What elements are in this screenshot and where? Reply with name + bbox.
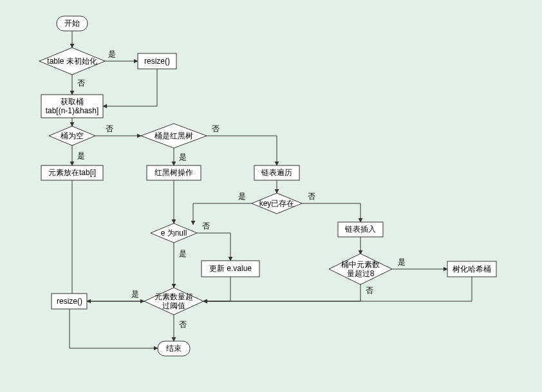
node-treeify: 树化哈希桶 xyxy=(447,261,496,277)
label-overThresh-yes: 是 xyxy=(131,290,139,299)
node-end: 结束 xyxy=(158,341,190,356)
label-bucketEmpty-no: 否 xyxy=(106,124,113,133)
node-list-traverse: 链表遍历 xyxy=(254,165,299,180)
svg-text:过阈值: 过阈值 xyxy=(162,301,185,310)
svg-text:桶是红黑树: 桶是红黑树 xyxy=(154,131,193,140)
label-overThresh-no: 否 xyxy=(179,320,187,329)
label-init-yes: 是 xyxy=(108,50,116,59)
node-key-exists: key已存在 xyxy=(252,193,302,214)
svg-text:元素数量超: 元素数量超 xyxy=(154,292,193,301)
label-over8-yes: 是 xyxy=(398,257,406,266)
label-init-no: 否 xyxy=(77,79,85,88)
svg-text:更新 e.value: 更新 e.value xyxy=(209,264,252,273)
node-resize-2: resize() xyxy=(51,294,87,309)
svg-text:table 未初始化: table 未初始化 xyxy=(47,57,97,66)
edge-updateValue-overThresh xyxy=(203,277,230,301)
node-rb-tree-op: 红黑树操作 xyxy=(147,165,201,180)
label-keyExists-no: 否 xyxy=(308,192,315,201)
node-is-rb-tree: 桶是红黑树 xyxy=(141,124,207,148)
svg-text:树化哈希桶: 树化哈希桶 xyxy=(453,265,491,274)
flowchart-canvas: 是 否 否 是 是 否 是 否 否 是 是 否 是 否 xyxy=(0,0,542,392)
edge-resize1-getBucket xyxy=(103,69,157,106)
svg-text:开始: 开始 xyxy=(64,19,80,28)
svg-text:resize(): resize() xyxy=(57,297,82,306)
label-isRBTree-yes: 是 xyxy=(179,153,187,162)
node-update-value: 更新 e.value xyxy=(201,261,259,277)
node-over-threshold: 元素数量超 过阈值 xyxy=(144,288,203,315)
svg-text:桶为空: 桶为空 xyxy=(61,131,84,140)
svg-text:e 为null: e 为null xyxy=(161,229,187,238)
node-bucket-empty: 桶为空 xyxy=(49,126,95,145)
svg-text:量超过8: 量超过8 xyxy=(347,269,375,278)
node-table-uninitialized: table 未初始化 xyxy=(39,48,105,75)
node-resize-1: resize() xyxy=(138,53,176,69)
node-e-is-null: e 为null xyxy=(151,223,197,243)
svg-text:tab[(n-1)&hash]: tab[(n-1)&hash] xyxy=(46,106,99,115)
svg-text:resize(): resize() xyxy=(144,57,170,66)
label-keyExists-yes: 是 xyxy=(238,192,246,201)
label-over8-no: 否 xyxy=(366,286,373,295)
edge-over8-overThresh xyxy=(203,284,360,301)
svg-text:获取桶: 获取桶 xyxy=(61,97,84,106)
node-start: 开始 xyxy=(57,16,88,31)
svg-text:key已存在: key已存在 xyxy=(259,199,295,208)
label-eIsNull-no: 否 xyxy=(202,221,210,230)
svg-text:链表插入: 链表插入 xyxy=(344,225,376,234)
node-put-tab-i: 元素放在tab[i] xyxy=(41,165,103,180)
node-list-insert: 链表插入 xyxy=(338,222,383,237)
edge-isRBTree-listTraverse xyxy=(207,136,277,165)
node-get-bucket: 获取桶 tab[(n-1)&hash] xyxy=(41,95,103,118)
svg-text:结束: 结束 xyxy=(166,344,182,353)
edge-putTabI-overThresh xyxy=(72,180,144,301)
svg-text:链表遍历: 链表遍历 xyxy=(261,168,292,177)
label-eIsNull-yes: 是 xyxy=(179,249,187,258)
label-bucketEmpty-yes: 是 xyxy=(77,151,85,160)
label-isRBTree-no: 否 xyxy=(212,124,220,133)
node-bucket-over-8: 桶中元素数 量超过8 xyxy=(329,254,392,285)
edge-treeify-overThresh xyxy=(203,277,472,301)
edge-resize2-end xyxy=(70,309,158,348)
svg-text:红黑树操作: 红黑树操作 xyxy=(154,168,193,177)
svg-text:元素放在tab[i]: 元素放在tab[i] xyxy=(48,168,96,177)
edge-keyExists-listInsert xyxy=(302,203,360,222)
svg-text:桶中元素数: 桶中元素数 xyxy=(341,260,380,269)
edge-eIsNull-updateValue xyxy=(197,233,230,261)
